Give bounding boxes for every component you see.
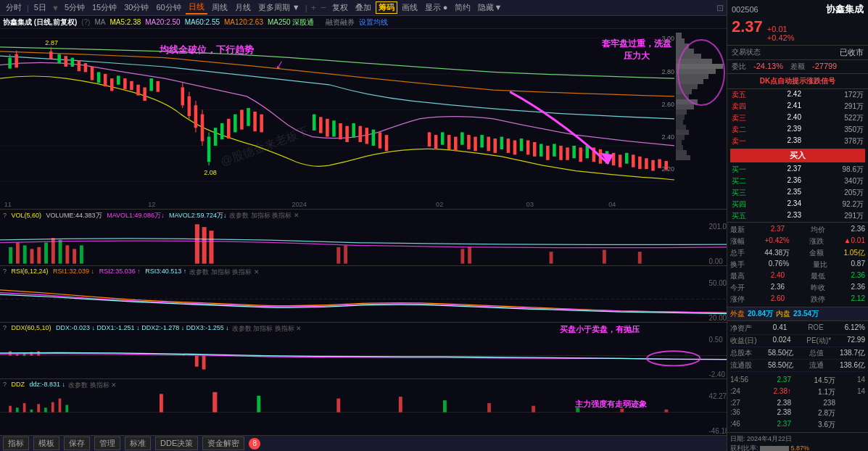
- svg-rect-106: [559, 146, 563, 160]
- ma250-value: MA250 深股通: [268, 17, 314, 28]
- tool-隐藏[interactable]: 隐藏▼: [475, 1, 505, 14]
- tf-30分钟[interactable]: 30分钟: [121, 1, 152, 14]
- tool-显示[interactable]: 显示 ●: [422, 1, 451, 14]
- up-limit-value: 2.60: [771, 294, 785, 305]
- ma60-value: MA60:2.55: [185, 18, 220, 26]
- ddx-chart[interactable]: ? DDX(60,5,10) DDX:-0.023 ↓ DDX1:-1.251 …: [0, 323, 727, 379]
- svg-text:2024: 2024: [292, 200, 307, 208]
- rsi-label: ? RSI(6,12,24) RSI1:32.039 ↓ RSI2:35.036…: [3, 268, 263, 277]
- trade5-price: 2.37: [769, 420, 791, 430]
- tf-分时[interactable]: 分时: [3, 1, 25, 14]
- profile-chart: [676, 29, 727, 174]
- ddz-settings[interactable]: 改参数 换指标 ✕: [68, 381, 117, 390]
- btn-模板[interactable]: 模板: [33, 436, 59, 450]
- wei-bi-value: -24.13%: [753, 62, 783, 72]
- dk-signal[interactable]: DK点自动提示涨跌信号: [727, 74, 868, 89]
- tool-筹码[interactable]: 筹码: [376, 1, 397, 14]
- stat-row-turnover: 换手 0.76% 量比 0.87: [730, 259, 865, 270]
- tf-60分钟[interactable]: 60分钟: [154, 1, 184, 14]
- svg-rect-107: [566, 147, 569, 160]
- prev-close-label: 昨收: [811, 283, 825, 293]
- svg-rect-79: [345, 126, 349, 142]
- inner-market-label: 内盘: [776, 309, 790, 319]
- svg-rect-110: [586, 146, 590, 158]
- ddz-chart[interactable]: ? DDZ ddz:-8.831 ↓ 改参数 换指标 ✕: [0, 379, 727, 435]
- sell1-vol: 378万: [835, 136, 864, 146]
- vol-ratio-label: 量比: [813, 260, 827, 270]
- delta-label: 涨跌: [809, 236, 824, 247]
- tf-更多周期[interactable]: 更多周期 ▼: [255, 1, 303, 14]
- dn-limit-value: 2.12: [851, 294, 865, 305]
- svg-rect-1: [676, 33, 682, 38]
- svg-rect-145: [344, 245, 347, 263]
- main-chart[interactable]: @股德金来老板下 3.00 2.80 2.60 2.40 2.20: [0, 29, 727, 210]
- btn-指标[interactable]: 指标: [3, 436, 29, 450]
- buy4-vol: 92.2万: [835, 199, 864, 210]
- tool-叠加[interactable]: 叠加: [352, 1, 374, 14]
- btn-标准[interactable]: 标准: [125, 436, 151, 450]
- tf-15分钟[interactable]: 15分钟: [89, 1, 120, 14]
- bottom-toolbar: 指标 模板 保存 管理 标准 DDE决策 资金解密 8: [0, 435, 727, 451]
- tool-简约[interactable]: 简约: [452, 1, 474, 14]
- tool-画线[interactable]: 画线: [399, 1, 421, 14]
- svg-rect-180: [336, 399, 340, 413]
- chart-panels: @股德金来老板下 3.00 2.80 2.60 2.40 2.20: [0, 29, 727, 435]
- tf-日线[interactable]: 日线: [186, 1, 207, 15]
- btn-资金解密[interactable]: 资金解密: [202, 436, 244, 450]
- vol-settings[interactable]: 改参数 加指标 换指标 ✕: [229, 211, 299, 220]
- svg-rect-51: [136, 85, 140, 96]
- svg-rect-134: [37, 247, 41, 263]
- svg-rect-8: [676, 69, 716, 74]
- tf-周线[interactable]: 周线: [209, 1, 231, 14]
- svg-rect-16: [676, 109, 687, 115]
- trade-row-1: 14:56 2.37 14.5万 14: [730, 375, 865, 386]
- tool-复权[interactable]: 复权: [329, 1, 351, 14]
- buy-button[interactable]: 买入: [730, 149, 865, 162]
- svg-rect-87: [434, 135, 438, 149]
- rsi-settings[interactable]: 改参数 加指标 换指标 ✕: [189, 268, 260, 277]
- svg-rect-81: [358, 126, 362, 142]
- trade1-vol: 14.5万: [810, 376, 835, 386]
- buy-order-4: 买四 2.34 92.2万: [730, 199, 865, 210]
- tf-5分钟[interactable]: 5分钟: [62, 1, 88, 14]
- svg-rect-20: [676, 130, 689, 135]
- svg-rect-117: [632, 154, 635, 167]
- svg-rect-15: [676, 104, 694, 109]
- rsi1-value: RSI1:32.039 ↓: [53, 268, 94, 275]
- candlestick-chart[interactable]: 2.87: [0, 29, 674, 209]
- trade1-dir: 14: [854, 376, 865, 386]
- buy5-price: 2.33: [780, 211, 801, 221]
- svg-rect-93: [474, 137, 477, 152]
- total-vol-value: 44.38万: [764, 248, 790, 258]
- trade5-dir: [854, 420, 865, 430]
- ddx-settings[interactable]: 改参数 加指标 换指标 ✕: [232, 324, 302, 334]
- svg-text:2.08: 2.08: [204, 167, 217, 175]
- svg-rect-53: [149, 78, 153, 91]
- outer-market-value: 20.84万: [748, 309, 773, 319]
- low-label: 最低: [811, 271, 825, 281]
- svg-rect-150: [638, 252, 642, 263]
- svg-rect-6: [676, 59, 712, 64]
- vol-chart[interactable]: ? VOL(5,60) VOLUME:44.383万 MAVOL1:49.086…: [0, 210, 727, 266]
- set-ma-btn[interactable]: 设置均线: [359, 17, 388, 28]
- rsi-chart[interactable]: ? RSI(6,12,24) RSI1:32.039 ↓ RSI2:35.036…: [0, 266, 727, 323]
- trade5-vol: 3.6万: [810, 420, 835, 430]
- svg-text:0.50: 0.50: [709, 335, 723, 343]
- tf-5日[interactable]: 5日: [31, 1, 49, 14]
- svg-text:0.00: 0.00: [709, 257, 723, 265]
- btn-dde[interactable]: DDE决策: [155, 436, 198, 450]
- profit-ratio: 获利比率: 5.87%: [730, 444, 865, 451]
- tf-月线[interactable]: 月线: [232, 1, 254, 14]
- buy2-label: 买二: [732, 176, 746, 186]
- btn-保存[interactable]: 保存: [64, 436, 90, 450]
- btn-管理[interactable]: 管理: [94, 436, 120, 450]
- ddz-values: ddz:-8.831 ↓: [30, 381, 66, 388]
- avg-value: 2.36: [851, 225, 865, 235]
- svg-text:2.87: 2.87: [45, 38, 58, 46]
- date-info: 日期: 2024年4月22日: [730, 434, 865, 444]
- svg-rect-139: [73, 249, 76, 263]
- svg-rect-39: [57, 54, 61, 63]
- svg-rect-67: [220, 123, 224, 139]
- annotation-buying: 买盘小于卖盘，有抛压: [560, 324, 640, 335]
- svg-rect-82: [365, 128, 369, 144]
